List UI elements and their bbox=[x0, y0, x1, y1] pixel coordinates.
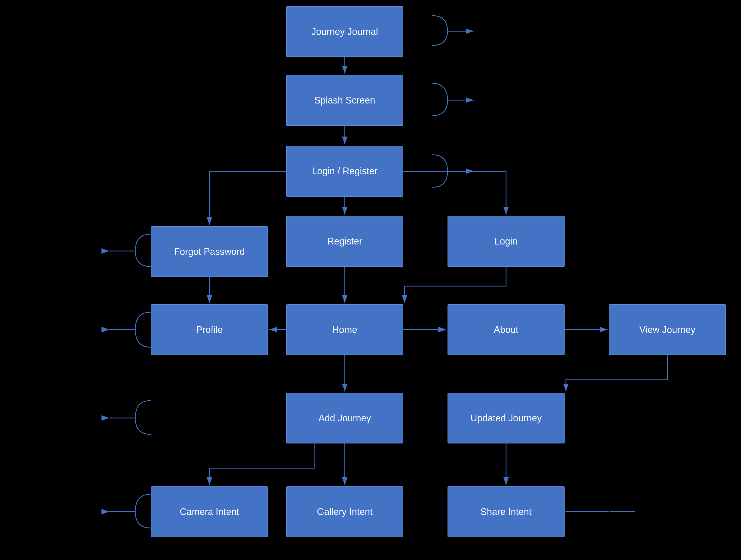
node-splash-screen-label: Splash Screen bbox=[314, 95, 375, 106]
node-journey-journal: Journey Journal bbox=[286, 6, 403, 57]
node-home-label: Home bbox=[332, 324, 357, 335]
node-login-register: Login / Register bbox=[286, 146, 403, 197]
node-login-register-label: Login / Register bbox=[312, 166, 378, 177]
node-gallery-intent-label: Gallery Intent bbox=[317, 506, 373, 517]
node-add-journey: Add Journey bbox=[286, 393, 403, 443]
node-forgot-password-label: Forgot Password bbox=[174, 246, 245, 257]
node-share-intent-label: Share Intent bbox=[481, 506, 532, 517]
node-updated-journey-label: Updated Journey bbox=[470, 413, 542, 424]
node-home: Home bbox=[286, 304, 403, 355]
node-view-journey: View Journey bbox=[609, 304, 726, 355]
node-profile-label: Profile bbox=[196, 324, 223, 335]
node-journey-journal-label: Journey Journal bbox=[312, 26, 378, 37]
node-forgot-password: Forgot Password bbox=[151, 226, 268, 277]
node-camera-intent: Camera Intent bbox=[151, 486, 268, 537]
node-about-label: About bbox=[494, 324, 518, 335]
node-add-journey-label: Add Journey bbox=[319, 413, 371, 424]
node-register-label: Register bbox=[327, 236, 362, 247]
node-share-intent: Share Intent bbox=[448, 486, 564, 537]
node-login: Login bbox=[448, 216, 564, 267]
node-updated-journey: Updated Journey bbox=[448, 393, 564, 443]
node-register: Register bbox=[286, 216, 403, 267]
node-camera-intent-label: Camera Intent bbox=[180, 506, 239, 517]
node-gallery-intent: Gallery Intent bbox=[286, 486, 403, 537]
node-profile: Profile bbox=[151, 304, 268, 355]
node-login-label: Login bbox=[494, 236, 518, 247]
node-view-journey-label: View Journey bbox=[639, 324, 695, 335]
node-about: About bbox=[448, 304, 564, 355]
node-splash-screen: Splash Screen bbox=[286, 75, 403, 126]
